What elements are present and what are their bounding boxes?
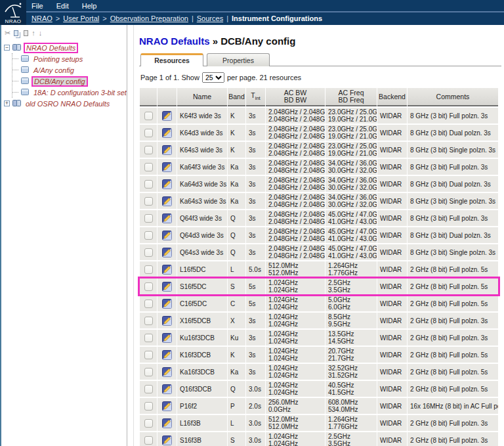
edit-icon[interactable] — [162, 435, 172, 445]
table-row: Ka64d3 wide 3sKa3s2.048GHz / 2.048GHz2.0… — [140, 176, 498, 192]
cell-ac-bw: 2.048GHz / 2.048GHz2.048GHz / 2.048GHz — [266, 176, 325, 192]
table-row: Ka64s3 wide 3sKa3s2.048GHz / 2.048GHz2.0… — [140, 193, 498, 209]
cell-name: Ka64d3 wide 3s — [177, 176, 227, 192]
copy-icon[interactable] — [14, 30, 18, 36]
row-checkbox[interactable] — [144, 436, 153, 445]
row-checkbox[interactable] — [144, 197, 153, 206]
nrao-logo[interactable]: NRAO — [0, 0, 26, 25]
tree-node-pointing-setups[interactable]: Pointing setups — [12, 53, 127, 64]
edit-icon[interactable] — [162, 350, 172, 360]
edit-icon[interactable] — [162, 299, 172, 309]
cell-tint: 3.0s — [246, 432, 265, 446]
table-row: K64f3 wide 3sK3s2.048GHz / 2.048GHz2.048… — [140, 108, 498, 123]
tree-expander-icon[interactable]: + — [4, 100, 10, 106]
row-checkbox[interactable] — [144, 402, 153, 411]
breadcrumb-observation-preparation[interactable]: Observation Preparation — [110, 14, 188, 22]
cell-ac-freq: 2.5GHz3.5GHz — [326, 279, 377, 294]
edit-icon[interactable] — [162, 162, 172, 172]
tree-node-a-any-config[interactable]: A/Any config — [12, 64, 127, 76]
row-checkbox-cell — [140, 210, 157, 226]
tree-label[interactable]: NRAO Defaults — [24, 43, 78, 53]
tree-label[interactable]: A/Any config — [32, 66, 76, 75]
splitter[interactable] — [127, 25, 134, 446]
cell-backend: WIDAR — [377, 347, 407, 363]
row-checkbox[interactable] — [144, 146, 153, 154]
breadcrumb-nrao[interactable]: NRAO — [32, 14, 52, 22]
edit-icon[interactable] — [162, 418, 172, 428]
edit-icon[interactable] — [162, 282, 172, 292]
row-edit-cell — [158, 279, 177, 294]
folder-icon — [21, 89, 29, 97]
cell-tint: 3s — [246, 210, 265, 226]
row-checkbox[interactable] — [144, 231, 153, 240]
tree-node-nrao-defaults[interactable]: −NRAO Defaults — [4, 42, 127, 53]
menu-help[interactable]: Help — [82, 2, 97, 10]
row-checkbox[interactable] — [144, 129, 153, 137]
edit-icon[interactable] — [162, 145, 172, 155]
row-checkbox[interactable] — [144, 112, 153, 120]
tree-node-18a-d-configuration-3-bit-setup[interactable]: 18A: D configuration 3-bit setup — [12, 87, 127, 98]
title-parent-link[interactable]: NRAO Defaults — [139, 35, 210, 47]
edit-icon[interactable] — [162, 231, 172, 240]
row-checkbox[interactable] — [144, 265, 153, 274]
tree-expander-icon[interactable]: − — [4, 45, 10, 51]
edit-icon[interactable] — [162, 367, 172, 377]
table-row: X16f5DCBX3s1.024GHz1.024GHz8.5GHz9.5GHzW… — [140, 313, 498, 328]
edit-icon[interactable] — [162, 128, 172, 138]
edit-icon[interactable] — [162, 111, 172, 121]
edit-icon[interactable] — [162, 401, 172, 411]
cell-comments: 2 GHz (8 bit) Full polzn. 5s — [408, 296, 498, 311]
cell-band: L — [228, 415, 245, 431]
edit-icon[interactable] — [162, 248, 172, 257]
tree-node-dcb-any-config[interactable]: DCB/Any config — [12, 76, 127, 87]
edit-icon[interactable] — [162, 316, 172, 326]
edit-icon[interactable] — [162, 213, 172, 223]
page-size-select[interactable]: 25 — [202, 72, 224, 83]
move-up-icon[interactable]: ↑ — [32, 29, 35, 37]
row-checkbox[interactable] — [144, 282, 153, 291]
row-checkbox[interactable] — [144, 163, 153, 171]
row-checkbox[interactable] — [144, 214, 153, 223]
edit-icon[interactable] — [162, 384, 172, 394]
tab-resources[interactable]: Resources — [140, 53, 203, 66]
cell-band: L — [228, 261, 245, 277]
row-checkbox[interactable] — [144, 180, 153, 189]
row-checkbox[interactable] — [144, 317, 153, 325]
cell-comments: 2 GHz (8 bit) Full polzn. 5s — [408, 261, 498, 277]
tree-label[interactable]: 18A: D configuration 3-bit setup — [32, 88, 127, 97]
row-checkbox[interactable] — [144, 419, 153, 428]
move-down-icon[interactable]: ↓ — [39, 29, 43, 37]
menu-edit[interactable]: Edit — [56, 2, 69, 10]
book-icon — [12, 43, 21, 53]
breadcrumb-sources[interactable]: Sources — [197, 14, 223, 22]
edit-icon[interactable] — [162, 333, 172, 343]
cut-icon[interactable]: ✂ — [5, 29, 10, 37]
breadcrumb-user-portal[interactable]: User Portal — [63, 14, 99, 22]
edit-icon[interactable] — [162, 265, 172, 275]
tab-properties[interactable]: Properties — [207, 53, 270, 66]
row-checkbox[interactable] — [144, 248, 153, 257]
menu-file[interactable]: File — [32, 2, 43, 10]
row-checkbox[interactable] — [144, 334, 153, 342]
row-checkbox[interactable] — [144, 385, 153, 393]
tree-label[interactable]: old OSRO NRAO Defaults — [24, 99, 112, 108]
cell-ac-freq: 45.0GHz / 47.0GHz41.0GHz / 43.0GHz — [326, 210, 377, 226]
row-checkbox[interactable] — [144, 368, 153, 376]
cell-backend: WIDAR — [377, 142, 407, 158]
row-checkbox[interactable] — [144, 300, 153, 308]
cell-ac-bw: 1.024GHz1.024GHz — [266, 279, 325, 294]
cell-comments: 8 GHz (3 bit) Full polzn. 3s — [408, 210, 498, 226]
row-checkbox[interactable] — [144, 351, 153, 359]
cell-ac-bw: 512.0MHz512.0MHz — [266, 261, 325, 277]
edit-icon[interactable] — [162, 196, 172, 206]
cell-ac-bw: 1.024GHz1.024GHz — [266, 364, 325, 380]
paste-icon[interactable] — [24, 30, 28, 36]
row-checkbox-cell — [140, 176, 157, 192]
tree-node-old-osro-nrao-defaults[interactable]: +old OSRO NRAO Defaults — [4, 98, 127, 109]
config-tree: −NRAO DefaultsPointing setupsA/Any confi… — [4, 42, 127, 109]
tree-label[interactable]: Pointing setups — [32, 55, 85, 64]
cell-ac-bw: 256.0MHz0.0GHz — [266, 398, 325, 414]
tree-label[interactable]: DCB/Any config — [32, 76, 88, 87]
row-edit-cell — [158, 296, 177, 311]
edit-icon[interactable] — [162, 179, 172, 189]
